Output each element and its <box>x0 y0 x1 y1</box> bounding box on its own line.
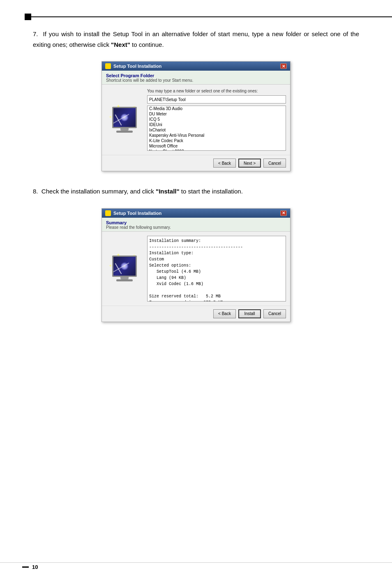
dialog2: Setup Tool Installation ✕ Summary Please… <box>101 208 291 322</box>
dialog1-titlebar: Setup Tool Installation ✕ <box>102 62 290 71</box>
monitor-screen-2 <box>112 255 137 277</box>
folder-list-item[interactable]: IxChariot <box>148 127 286 133</box>
dialog1-subtitle: Select Program Folder Shortcut icons wil… <box>102 71 290 85</box>
dialog2-back-button[interactable]: < Back <box>213 309 236 318</box>
top-border-square <box>25 14 31 20</box>
dialog1-close-button[interactable]: ✕ <box>280 63 287 69</box>
dialog1-icon <box>105 63 111 69</box>
monitor-illustration: ✦ ✦ ✦ <box>112 107 137 133</box>
dialog2-title: Setup Tool Installation <box>113 211 161 216</box>
step8-text: 8. Check the installation summary, and c… <box>33 186 359 197</box>
wand-line-2 <box>112 262 129 274</box>
sparkle3: ✦ <box>109 115 112 119</box>
dialog2-body: ✦ ✦ ✦ Installation summary: ------------… <box>102 232 290 306</box>
wand-line <box>112 114 129 125</box>
dialog1-subtitle-main: Select Program Folder <box>106 73 286 78</box>
dialog2-cancel-button[interactable]: Cancel <box>263 309 286 318</box>
folder-input[interactable] <box>147 95 286 104</box>
dialog1-footer: < Back Next > Cancel <box>102 155 290 171</box>
folder-list-item[interactable]: C-Media 3D Audio <box>148 106 286 111</box>
folder-list-item[interactable]: DU Meter <box>148 111 286 117</box>
step7-text: 7. If you wish to install the Setup Tool… <box>33 29 359 50</box>
step7-block: 7. If you wish to install the Setup Tool… <box>33 29 359 50</box>
sparkle6: ✦ <box>109 264 112 268</box>
dialog1-right: You may type a new folder or select one … <box>147 89 286 151</box>
folder-prompt: You may type a new folder or select one … <box>147 89 286 93</box>
monitor-illustration-2: ✦ ✦ ✦ <box>112 255 137 281</box>
dialog2-footer: < Back Install Cancel <box>102 306 290 322</box>
dialog2-subtitle-sub: Please read the following summary. <box>106 225 286 230</box>
dialog1-monitor-area: ✦ ✦ ✦ <box>106 89 143 151</box>
dialog2-monitor-area: ✦ ✦ ✦ <box>106 236 143 302</box>
dialog1-body: ✦ ✦ ✦ You may type a new folder or selec… <box>102 85 290 155</box>
bottom-divider-line <box>0 562 392 563</box>
folder-list-item[interactable]: ICQ 5 <box>148 117 286 122</box>
folder-list-item[interactable]: K-Lite Codec Pack <box>148 138 286 143</box>
page-number: 10 <box>32 564 38 570</box>
dialog1-title: Setup Tool Installation <box>113 64 161 69</box>
summary-box[interactable]: Installation summary: ------------------… <box>147 236 286 302</box>
dialog1-cancel-button[interactable]: Cancel <box>263 159 286 168</box>
dialog2-right: Installation summary: ------------------… <box>147 236 286 302</box>
monitor-screen <box>112 107 137 128</box>
folder-list-item[interactable]: IDEUni <box>148 122 286 127</box>
folder-list-item[interactable]: Microsoft Office <box>148 143 286 149</box>
dialog2-subtitle-main: Summary <box>106 220 286 225</box>
dialog2-container: Setup Tool Installation ✕ Summary Please… <box>33 208 359 322</box>
page-number-block: 10 <box>22 564 38 570</box>
step8-block: 8. Check the installation summary, and c… <box>33 186 359 197</box>
dialog1: Setup Tool Installation ✕ Select Program… <box>101 61 291 171</box>
dialog2-close-button[interactable]: ✕ <box>280 210 287 216</box>
summary-text: Installation summary: ------------------… <box>149 238 284 302</box>
top-border-line <box>31 16 392 17</box>
dialog2-install-button[interactable]: Install <box>238 309 261 318</box>
dialog2-icon <box>105 210 111 216</box>
dialog1-next-button[interactable]: Next > <box>238 159 261 168</box>
page-number-dash <box>22 566 29 568</box>
dialog1-subtitle-sub: Shortcut icons will be added to your Sta… <box>106 78 286 83</box>
dialog2-title-left: Setup Tool Installation <box>105 210 161 216</box>
monitor-stand-2 <box>116 279 133 281</box>
folder-list-item[interactable]: Norton Ghost 2003 <box>148 149 286 151</box>
dialog1-title-left: Setup Tool Installation <box>105 63 161 69</box>
folder-list-item[interactable]: Kaspersky Anti-Virus Personal <box>148 133 286 138</box>
dialog2-titlebar: Setup Tool Installation ✕ <box>102 209 290 218</box>
folder-list[interactable]: C-Media 3D AudioDU MeterICQ 5IDEUniIxCha… <box>147 106 286 151</box>
dialog1-container: Setup Tool Installation ✕ Select Program… <box>33 61 359 171</box>
dialog2-subtitle: Summary Please read the following summar… <box>102 218 290 232</box>
monitor-stand <box>116 131 133 133</box>
dialog1-back-button[interactable]: < Back <box>213 159 236 168</box>
